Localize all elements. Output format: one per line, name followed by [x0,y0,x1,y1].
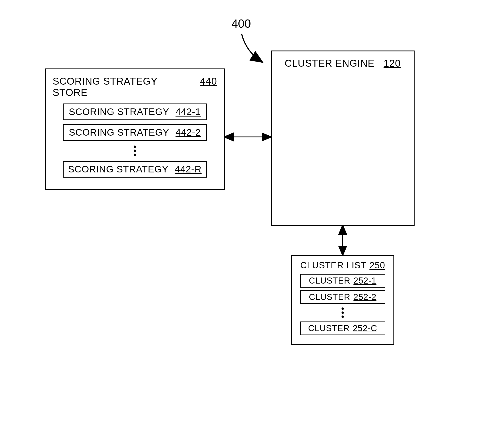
item-label: CLUSTER [308,324,350,333]
scoring-strategy-item: SCORING STRATEGY 442-R [63,161,207,178]
connectors-svg [0,0,504,447]
item-label: SCORING STRATEGY [69,106,169,117]
cluster-item: CLUSTER 252-C [300,322,385,335]
store-title-row: SCORING STRATEGY STORE 440 [53,76,217,98]
cluster-item: CLUSTER 252-1 [300,274,385,288]
cluster-list: CLUSTER LIST 250 CLUSTER 252-1 CLUSTER 2… [291,255,394,345]
engine-ref: 120 [384,58,401,69]
scoring-strategy-store: SCORING STRATEGY STORE 440 SCORING STRAT… [45,69,225,190]
item-ref: 252-2 [353,292,376,302]
item-ref: 252-C [353,324,377,333]
cluster-item: CLUSTER 252-2 [300,290,385,304]
scoring-strategy-item: SCORING STRATEGY 442-2 [63,124,207,141]
vertical-ellipsis-icon: ••• [53,145,217,157]
item-ref: 442-1 [176,106,201,117]
item-label: CLUSTER [309,276,350,286]
scoring-strategy-item: SCORING STRATEGY 442-1 [63,103,207,120]
vertical-ellipsis-icon: ••• [297,307,389,319]
item-ref: 442-2 [176,127,201,138]
cluster-list-title: CLUSTER LIST [300,260,366,270]
item-label: CLUSTER [309,292,350,302]
cluster-list-title-row: CLUSTER LIST 250 [297,260,389,270]
store-title: SCORING STRATEGY STORE [53,76,194,98]
item-label: SCORING STRATEGY [68,164,168,175]
store-ref: 440 [200,76,217,87]
item-ref: 442-R [175,164,201,175]
diagram-canvas: 400 SCORING STRATEGY STORE 440 SCORING S… [0,0,504,447]
item-ref: 252-1 [353,276,376,286]
cluster-engine: CLUSTER ENGINE 120 [271,51,414,226]
item-label: SCORING STRATEGY [69,127,169,138]
engine-title: CLUSTER ENGINE [285,58,375,69]
engine-title-row: CLUSTER ENGINE 120 [278,58,407,69]
cluster-list-ref: 250 [369,260,385,270]
